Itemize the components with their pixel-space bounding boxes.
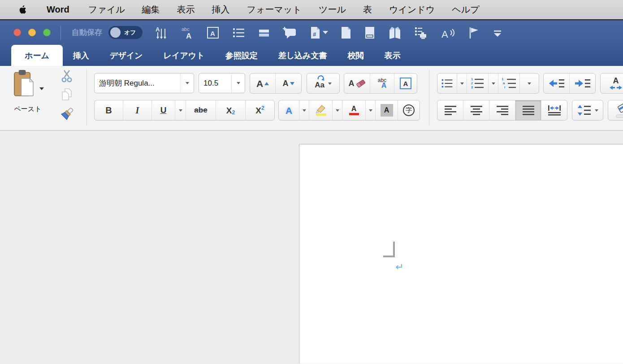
- clear-formatting-button[interactable]: A: [344, 74, 370, 93]
- font-name-combobox[interactable]: 游明朝 Regula...: [94, 73, 194, 93]
- font-color-button[interactable]: A: [342, 100, 366, 120]
- bullets-button[interactable]: [437, 74, 457, 93]
- character-width-button[interactable]: A: [600, 73, 623, 94]
- close-window-button[interactable]: [13, 29, 21, 36]
- bullets-dropdown-icon[interactable]: [457, 74, 467, 93]
- menu-edit[interactable]: 編集: [142, 4, 160, 16]
- grow-font-button[interactable]: A: [250, 74, 276, 93]
- group-divider: [429, 69, 429, 125]
- menu-app-name[interactable]: Word: [47, 4, 69, 15]
- menu-view[interactable]: 表示: [177, 4, 195, 16]
- decrease-indent-button[interactable]: [544, 74, 570, 93]
- justify-button[interactable]: [515, 100, 541, 120]
- italic-button[interactable]: I: [123, 100, 152, 120]
- svg-text:abc: abc: [182, 26, 190, 32]
- menu-insert[interactable]: 挿入: [212, 4, 230, 16]
- increase-indent-button[interactable]: [570, 74, 595, 93]
- distribute-button[interactable]: [541, 100, 567, 120]
- font-size-dropdown-icon[interactable]: [231, 74, 245, 93]
- tab-home[interactable]: ホーム: [11, 45, 63, 66]
- tab-insert[interactable]: 挿入: [63, 45, 100, 66]
- align-center-button[interactable]: [463, 100, 489, 120]
- menu-tools[interactable]: ツール: [319, 4, 346, 16]
- menu-table[interactable]: 表: [363, 4, 372, 16]
- align-left-button[interactable]: [437, 100, 463, 120]
- font-color-dropdown-icon[interactable]: [366, 100, 376, 120]
- open-icon[interactable]: [388, 26, 402, 39]
- font-size-combobox[interactable]: 10.5: [199, 73, 245, 93]
- furigana-icon[interactable]: abc A: [181, 26, 194, 39]
- superscript-button[interactable]: X2: [246, 100, 274, 120]
- text-effects-button[interactable]: A: [279, 100, 299, 120]
- zoom-window-button[interactable]: [43, 29, 51, 36]
- svg-text:A: A: [441, 29, 448, 39]
- highlight-dropdown-icon[interactable]: [333, 100, 342, 120]
- multilevel-list-button[interactable]: 1ai: [498, 74, 520, 93]
- menu-file[interactable]: ファイル: [88, 4, 125, 16]
- enclosed-character-icon[interactable]: A: [206, 26, 220, 39]
- character-grid-icon[interactable]: A: [155, 26, 169, 39]
- underline-dropdown-icon[interactable]: [175, 100, 186, 120]
- autosave-toggle[interactable]: オフ: [108, 26, 143, 39]
- dropdown-icon: [328, 82, 332, 85]
- title-bar: 自動保存 オフ A abc A: [0, 20, 623, 45]
- character-shading-button[interactable]: A: [376, 100, 398, 120]
- character-border-button[interactable]: A: [394, 74, 417, 93]
- tab-view[interactable]: 表示: [374, 45, 411, 66]
- align-right-button[interactable]: [489, 100, 515, 120]
- paste-button[interactable]: [13, 69, 44, 97]
- document-area: ↵: [0, 130, 623, 364]
- format-painter-button[interactable]: [57, 105, 76, 122]
- text-effects-dropdown-icon[interactable]: [299, 100, 309, 120]
- font-name-dropdown-icon[interactable]: [180, 74, 194, 93]
- highlight-button[interactable]: [309, 100, 333, 120]
- paste-dropdown-icon[interactable]: [39, 87, 44, 90]
- read-aloud-icon[interactable]: A: [441, 26, 455, 39]
- font-style-group: B I U abe X2 X2: [94, 100, 275, 121]
- font-color-group: A A A 字: [278, 100, 420, 121]
- document-page[interactable]: ↵: [299, 144, 623, 364]
- line-spacing-button[interactable]: [572, 100, 603, 121]
- lists-group: 123 1ai: [437, 73, 539, 94]
- more-commands-icon[interactable]: [492, 27, 503, 39]
- underline-button[interactable]: U: [152, 100, 175, 120]
- header-icon[interactable]: [257, 26, 271, 39]
- font-size-value: 10.5: [199, 74, 231, 93]
- tab-mailings[interactable]: 差し込み文書: [268, 45, 337, 66]
- text-tools-group: A abc A A: [344, 73, 417, 94]
- apple-menu-icon[interactable]: [18, 4, 30, 15]
- cut-button[interactable]: [57, 68, 76, 85]
- tab-references[interactable]: 参照設定: [215, 45, 268, 66]
- tab-review[interactable]: 校閲: [337, 45, 374, 66]
- autosave-label: 自動保存: [72, 27, 102, 38]
- enclose-characters-button[interactable]: 字: [398, 100, 420, 120]
- bold-button[interactable]: B: [95, 100, 123, 120]
- print-icon[interactable]: [414, 26, 428, 39]
- menu-help[interactable]: ヘルプ: [452, 4, 479, 16]
- strikethrough-button[interactable]: abe: [186, 100, 216, 120]
- numbering-button[interactable]: 123: [467, 74, 489, 93]
- bullet-list-icon[interactable]: [232, 26, 245, 39]
- subscript-button[interactable]: X2: [216, 100, 246, 120]
- tab-layout[interactable]: レイアウト: [153, 45, 215, 66]
- flag-icon[interactable]: [467, 26, 480, 39]
- phonetic-guide-button[interactable]: abc A: [370, 74, 394, 93]
- menu-format[interactable]: フォーマット: [247, 4, 302, 16]
- new-comment-icon[interactable]: [283, 26, 297, 39]
- new-document-icon[interactable]: [340, 26, 352, 39]
- shading-button[interactable]: [608, 100, 623, 121]
- minimize-window-button[interactable]: [28, 29, 36, 36]
- macos-menu-bar: Word ファイル 編集 表示 挿入 フォーマット ツール 表 ウインドウ ヘル…: [0, 0, 623, 20]
- tab-design[interactable]: デザイン: [100, 45, 153, 66]
- ribbon: ペースト 游明朝 Regula... 10.5: [0, 66, 623, 130]
- copy-button[interactable]: [57, 87, 76, 104]
- page-number-icon[interactable]: #: [309, 26, 328, 39]
- change-case-button[interactable]: Aa: [307, 73, 340, 94]
- footer-icon[interactable]: [364, 26, 376, 39]
- numbering-dropdown-icon[interactable]: [489, 74, 498, 93]
- menu-window[interactable]: ウインドウ: [389, 4, 435, 16]
- shrink-font-button[interactable]: A: [276, 74, 301, 93]
- group-divider: [87, 69, 87, 125]
- multilevel-dropdown-icon[interactable]: [520, 74, 539, 93]
- dropdown-icon: [323, 31, 328, 34]
